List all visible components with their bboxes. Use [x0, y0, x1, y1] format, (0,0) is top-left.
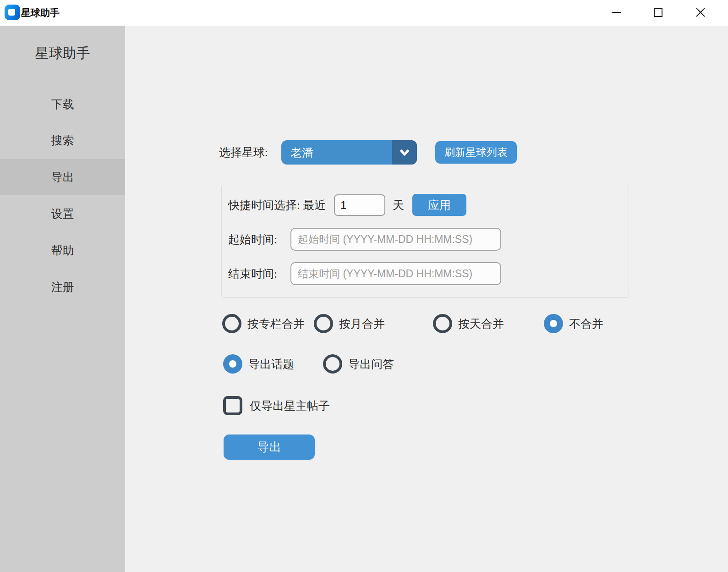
start-time-input[interactable]: [290, 228, 501, 251]
radio-unselected-icon: [323, 354, 342, 374]
end-time-label: 结束时间:: [228, 266, 277, 281]
sidebar-item-settings[interactable]: 设置: [0, 196, 125, 232]
radio-export-qa[interactable]: 导出问答: [323, 354, 394, 374]
radio-no-merge[interactable]: 不合并: [544, 314, 603, 333]
sidebar-item-help[interactable]: 帮助: [0, 232, 125, 269]
start-time-label: 起始时间:: [228, 232, 277, 247]
owner-only-checkbox[interactable]: 仅导出星主帖子: [223, 396, 330, 415]
radio-unselected-icon: [314, 314, 333, 333]
sidebar-item-label: 下载: [51, 97, 74, 112]
radio-label: 按天合并: [458, 316, 504, 331]
minimize-button[interactable]: [606, 2, 627, 23]
apply-button[interactable]: 应用: [412, 194, 466, 216]
radio-label: 导出问答: [348, 357, 394, 372]
radio-selected-icon: [223, 354, 242, 374]
maximize-icon: [654, 8, 662, 17]
sidebar-header: 星球助手: [0, 44, 125, 63]
radio-unselected-icon: [222, 314, 241, 333]
sidebar-item-label: 导出: [51, 170, 74, 185]
sidebar: 星球助手 下载 搜索 导出 设置 帮助 注册: [0, 26, 125, 572]
sidebar-item-label: 搜索: [51, 133, 74, 148]
sidebar-item-label: 设置: [51, 206, 74, 221]
close-button[interactable]: [690, 2, 711, 23]
radio-merge-by-column[interactable]: 按专栏合并: [222, 314, 305, 333]
radio-merge-by-day[interactable]: 按天合并: [433, 314, 504, 333]
radio-export-topics[interactable]: 导出话题: [223, 354, 294, 374]
owner-only-label: 仅导出星主帖子: [250, 398, 330, 413]
chevron-down-icon: [398, 146, 411, 159]
minimize-icon: [612, 12, 621, 13]
sidebar-item-export[interactable]: 导出: [0, 159, 125, 195]
checkbox-unchecked-icon: [223, 396, 242, 415]
planet-dropdown-value: 老潘: [290, 145, 313, 160]
radio-unselected-icon: [433, 314, 452, 333]
radio-label: 按月合并: [339, 316, 385, 331]
maximize-button[interactable]: [647, 2, 668, 23]
radio-merge-by-month[interactable]: 按月合并: [314, 314, 385, 333]
sidebar-item-search[interactable]: 搜索: [0, 122, 125, 159]
days-unit-label: 天: [393, 198, 404, 213]
radio-label: 导出话题: [248, 357, 294, 372]
window-title: 星球助手: [21, 6, 60, 19]
export-button[interactable]: 导出: [224, 434, 315, 460]
sidebar-item-register[interactable]: 注册: [0, 269, 125, 305]
app-logo-icon: [5, 5, 20, 20]
planet-dropdown[interactable]: 老潘: [281, 140, 417, 165]
main-content: 选择星球: 老潘 刷新星球列表 快捷时间选择: 最近 天 应用 起始时间: 结束…: [125, 26, 728, 572]
dropdown-arrow-box[interactable]: [392, 140, 417, 165]
select-planet-label: 选择星球:: [219, 145, 268, 160]
sidebar-item-label: 帮助: [51, 243, 74, 258]
window-titlebar: 星球助手: [0, 0, 728, 26]
close-icon: [695, 7, 706, 17]
radio-label: 不合并: [569, 316, 603, 331]
end-time-input[interactable]: [290, 262, 501, 285]
radio-label: 按专栏合并: [247, 316, 305, 331]
quick-time-label: 快捷时间选择: 最近: [228, 198, 326, 213]
sidebar-item-label: 注册: [51, 280, 74, 295]
refresh-planet-list-button[interactable]: 刷新星球列表: [435, 141, 517, 164]
sidebar-item-download[interactable]: 下载: [0, 86, 125, 122]
radio-selected-icon: [544, 314, 563, 333]
time-filter-groupbox: 快捷时间选择: 最近 天 应用 起始时间: 结束时间:: [221, 185, 629, 298]
days-input[interactable]: [334, 194, 385, 216]
